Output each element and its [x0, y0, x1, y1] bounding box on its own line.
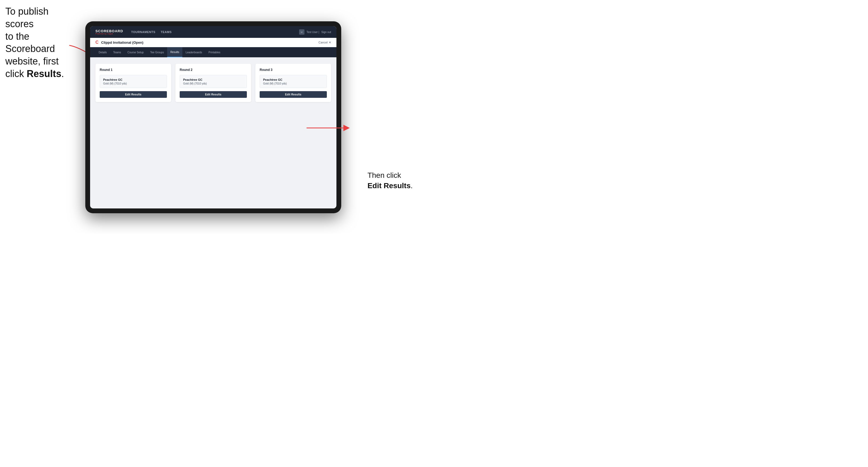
nav-teams[interactable]: TEAMS [161, 29, 172, 35]
tab-leaderboards[interactable]: Leaderboards [182, 47, 205, 57]
tab-bar: Details Teams Course Setup Tee Groups Re… [90, 47, 336, 57]
tournament-header: C Clippd Invitational (Open) Cancel ✕ [90, 38, 336, 47]
nav-signout[interactable]: Sign out [321, 31, 331, 34]
instruction-left: To publish scores to the Scoreboard webs… [5, 5, 75, 80]
round-3-course-card: Peachtree GC Gold (M) (7010 yds) [260, 75, 327, 88]
tablet-device: SCOREBOARD Powered by clippd TOURNAMENTS… [85, 21, 341, 213]
instruction-right-line1: Then click [367, 171, 401, 179]
instruction-edit-results-bold: Edit Results [367, 182, 410, 190]
round-1-course-name: Peachtree GC [103, 78, 163, 82]
instruction-right: Then click Edit Results. [367, 170, 413, 191]
nav-items: TOURNAMENTS TEAMS [131, 29, 299, 35]
tournament-title: Clippd Invitational (Open) [101, 40, 318, 44]
instruction-line4-suffix: . [61, 68, 64, 79]
round-2-course-details: Gold (M) (7010 yds) [183, 82, 243, 85]
round-1-course-card: Peachtree GC Gold (M) (7010 yds) [100, 75, 167, 88]
instruction-right-suffix: . [410, 182, 413, 190]
nav-right: U Test User | Sign out [299, 29, 331, 35]
logo-area: SCOREBOARD Powered by clippd [95, 29, 123, 35]
edit-results-button-2[interactable]: Edit Results [180, 91, 247, 98]
round-3-course-name: Peachtree GC [263, 78, 323, 82]
user-avatar: U [299, 29, 304, 35]
instruction-line2: to the Scoreboard [5, 31, 55, 54]
edit-results-button-3[interactable]: Edit Results [260, 91, 327, 98]
round-3-card: Round 3 Peachtree GC Gold (M) (7010 yds)… [255, 64, 331, 102]
tab-printables[interactable]: Printables [205, 47, 223, 57]
tab-teams[interactable]: Teams [110, 47, 124, 57]
round-2-title: Round 2 [180, 68, 247, 72]
rounds-grid: Round 1 Peachtree GC Gold (M) (7010 yds)… [95, 64, 331, 102]
tab-tee-groups[interactable]: Tee Groups [147, 47, 167, 57]
logo-text: SCOREBOARD [95, 29, 123, 33]
round-3-course-details: Gold (M) (7010 yds) [263, 82, 323, 85]
nav-tournaments[interactable]: TOURNAMENTS [131, 29, 155, 35]
instruction-results-bold: Results [27, 68, 61, 79]
round-2-course-card: Peachtree GC Gold (M) (7010 yds) [180, 75, 247, 88]
round-1-card: Round 1 Peachtree GC Gold (M) (7010 yds)… [95, 64, 171, 102]
content-area: Round 1 Peachtree GC Gold (M) (7010 yds)… [90, 57, 336, 209]
round-1-title: Round 1 [100, 68, 167, 72]
tournament-c-logo: C [95, 40, 99, 45]
nav-user-text: Test User | [307, 31, 319, 34]
cancel-x-icon: ✕ [329, 41, 331, 44]
instruction-line1: To publish scores [5, 6, 49, 29]
round-1-course-details: Gold (M) (7010 yds) [103, 82, 163, 85]
round-3-title: Round 3 [260, 68, 327, 72]
tab-details[interactable]: Details [95, 47, 110, 57]
tab-results[interactable]: Results [167, 47, 182, 57]
edit-results-button-1[interactable]: Edit Results [100, 91, 167, 98]
logo-sub: Powered by clippd [95, 33, 123, 35]
instruction-line4-prefix: click [5, 68, 27, 79]
instruction-line3: website, first [5, 56, 59, 67]
round-2-card: Round 2 Peachtree GC Gold (M) (7010 yds)… [176, 64, 251, 102]
tablet-screen: SCOREBOARD Powered by clippd TOURNAMENTS… [90, 26, 336, 209]
top-navigation: SCOREBOARD Powered by clippd TOURNAMENTS… [90, 26, 336, 38]
cancel-button[interactable]: Cancel ✕ [318, 41, 331, 44]
tab-course-setup[interactable]: Course Setup [124, 47, 147, 57]
round-2-course-name: Peachtree GC [183, 78, 243, 82]
